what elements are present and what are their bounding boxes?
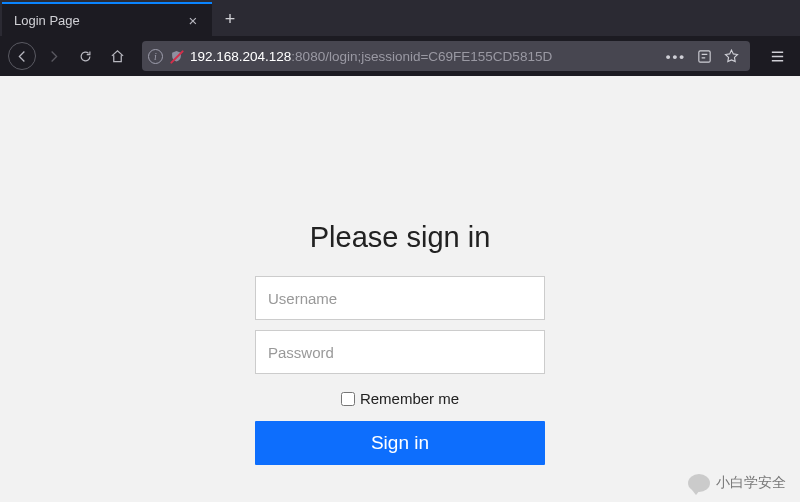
browser-chrome: Login Page × + i 192.168.204.128:8080/lo…	[0, 0, 800, 76]
browser-toolbar: i 192.168.204.128:8080/login;jsessionid=…	[0, 36, 800, 76]
hamburger-menu-icon[interactable]	[762, 41, 792, 71]
wechat-icon	[688, 474, 710, 492]
remember-me-checkbox[interactable]	[341, 392, 355, 406]
remember-me-label: Remember me	[360, 390, 459, 407]
reader-mode-icon[interactable]	[696, 48, 713, 65]
close-icon[interactable]: ×	[184, 11, 202, 29]
browser-tab[interactable]: Login Page ×	[2, 2, 212, 36]
page-content: Please sign in Remember me Sign in 小白学安全	[0, 76, 800, 502]
password-input[interactable]	[255, 330, 545, 374]
url-text: 192.168.204.128:8080/login;jsessionid=C6…	[190, 49, 660, 64]
reload-button[interactable]	[70, 41, 100, 71]
tab-bar: Login Page × +	[0, 0, 800, 36]
forward-button[interactable]	[38, 41, 68, 71]
url-host: 192.168.204.128	[190, 49, 291, 64]
page-actions-icon[interactable]: •••	[666, 49, 686, 64]
form-heading: Please sign in	[255, 221, 545, 254]
bookmark-star-icon[interactable]	[723, 48, 740, 65]
url-path: :8080/login;jsessionid=C69FE155CD5815D	[291, 49, 552, 64]
address-bar-actions: •••	[666, 48, 744, 65]
username-input[interactable]	[255, 276, 545, 320]
watermark-text: 小白学安全	[716, 474, 786, 492]
tracking-protection-icon[interactable]	[169, 49, 184, 64]
address-bar[interactable]: i 192.168.204.128:8080/login;jsessionid=…	[142, 41, 750, 71]
watermark: 小白学安全	[688, 474, 786, 492]
svg-rect-0	[699, 50, 710, 61]
sign-in-button[interactable]: Sign in	[255, 421, 545, 465]
new-tab-button[interactable]: +	[212, 2, 248, 36]
login-form: Please sign in Remember me Sign in	[255, 221, 545, 502]
remember-me-row[interactable]: Remember me	[255, 390, 545, 407]
back-button[interactable]	[8, 42, 36, 70]
home-button[interactable]	[102, 41, 132, 71]
tab-title: Login Page	[14, 13, 176, 28]
site-info-icon[interactable]: i	[148, 49, 163, 64]
